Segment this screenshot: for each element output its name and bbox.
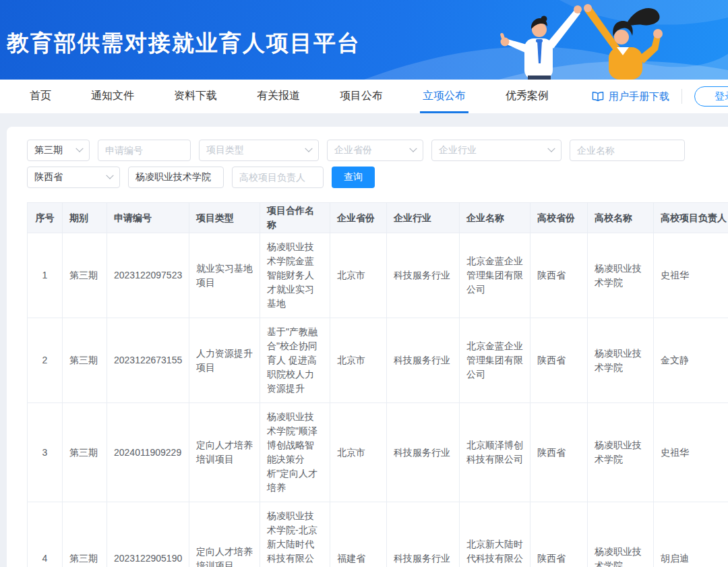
- cell-company-name: 北京顺泽博创科技有限公司: [460, 403, 530, 502]
- company-name-input[interactable]: [570, 140, 685, 161]
- highfive-illustration: [479, 0, 728, 80]
- cell-period: 第三期: [63, 233, 107, 318]
- cell-app-no: 2023122905190: [107, 502, 189, 567]
- cell-company-name: 北京金蓝企业管理集团有限公司: [460, 318, 530, 403]
- cell-company-province: 北京市: [330, 403, 387, 502]
- book-icon: [592, 91, 604, 102]
- main-nav: 首页 通知文件 资料下载 有关报道 项目公布 立项公布 优秀案例 用户手册下载 …: [0, 80, 728, 113]
- nav-right-cluster: 用户手册下载 登录: [592, 80, 728, 113]
- period-select[interactable]: 第三期: [27, 140, 90, 161]
- search-button[interactable]: 查询: [332, 167, 375, 188]
- nav-divider: [681, 89, 682, 104]
- results-table: 序号 期别 申请编号 项目类型 项目合作名称 企业省份 企业行业 企业名称 高校…: [27, 202, 728, 567]
- col-header-project-type: 项目类型: [189, 203, 260, 233]
- nav-item-project-publish[interactable]: 项目公布: [337, 80, 386, 113]
- table-row: 1 第三期 2023122097523 就业实习基地项目 杨凌职业技术学院金蓝智…: [28, 233, 728, 318]
- col-header-college-province: 高校省份: [530, 203, 588, 233]
- col-header-college-leader: 高校项目负责人: [654, 203, 728, 233]
- cell-company-name: 北京新大陆时代科技有限公司: [460, 502, 530, 567]
- cell-period: 第三期: [63, 502, 107, 567]
- cell-company-industry: 科技服务行业: [387, 233, 460, 318]
- col-header-project-name: 项目合作名称: [260, 203, 330, 233]
- header-banner: 教育部供需对接就业育人项目平台: [0, 0, 728, 80]
- table-row: 3 第三期 2024011909229 定向人才培养培训项目 杨凌职业技术学院"…: [28, 403, 728, 502]
- col-header-company-name: 企业名称: [460, 203, 530, 233]
- cell-company-province: 北京市: [330, 233, 387, 318]
- cell-college-province: 陕西省: [530, 403, 588, 502]
- cell-period: 第三期: [63, 403, 107, 502]
- col-header-period: 期别: [63, 203, 107, 233]
- application-number-input[interactable]: [98, 140, 191, 161]
- cell-app-no: 2024011909229: [107, 403, 189, 502]
- college-province-value: 陕西省: [34, 171, 63, 183]
- cell-app-no: 2023122673155: [107, 318, 189, 403]
- nav-item-approval-publish[interactable]: 立项公布: [420, 80, 468, 113]
- cell-project-name: 杨凌职业技术学院-北京新大陆时代科技有限公司物联网及人工智能方向人才培养: [260, 502, 330, 567]
- cell-company-industry: 科技服务行业: [387, 318, 460, 403]
- cell-seq: 2: [28, 318, 63, 403]
- cell-company-province: 福建省: [330, 502, 387, 567]
- chevron-down-icon: [305, 145, 312, 152]
- cell-project-name: 杨凌职业技术学院金蓝智能财务人才就业实习基地: [260, 233, 330, 318]
- cell-seq: 4: [28, 502, 63, 567]
- company-province-select[interactable]: 企业省份: [327, 140, 423, 161]
- cell-college-name: 杨凌职业技术学院: [588, 233, 654, 318]
- cell-college-leader: 胡启迪: [654, 502, 728, 567]
- cell-company-province: 北京市: [330, 318, 387, 403]
- cell-college-leader: 金文静: [654, 318, 728, 403]
- page-content: 第三期 项目类型 企业省份 企业行业 陕西省: [0, 113, 728, 567]
- company-industry-placeholder: 企业行业: [439, 144, 477, 156]
- col-header-app-no: 申请编号: [107, 203, 189, 233]
- cell-company-name: 北京金蓝企业管理集团有限公司: [460, 233, 530, 318]
- college-province-select[interactable]: 陕西省: [27, 167, 120, 188]
- cell-app-no: 2023122097523: [107, 233, 189, 318]
- cell-project-type: 定向人才培养培训项目: [189, 502, 260, 567]
- college-leader-input[interactable]: [232, 167, 324, 188]
- company-province-placeholder: 企业省份: [334, 144, 372, 156]
- nav-item-notices[interactable]: 通知文件: [88, 80, 137, 113]
- cell-college-leader: 史祖华: [654, 403, 728, 502]
- table-row: 2 第三期 2023122673155 人力资源提升项目 基于"产教融合"校企协…: [28, 318, 728, 403]
- college-name-input[interactable]: [128, 167, 224, 188]
- cell-project-type: 人力资源提升项目: [189, 318, 260, 403]
- col-header-college-name: 高校名称: [588, 203, 654, 233]
- filter-row-1: 第三期 项目类型 企业省份 企业行业: [27, 140, 728, 161]
- cell-seq: 1: [28, 233, 63, 318]
- period-select-value: 第三期: [34, 144, 63, 156]
- content-card: 第三期 项目类型 企业省份 企业行业 陕西省: [7, 127, 728, 567]
- project-type-select[interactable]: 项目类型: [199, 140, 319, 161]
- cell-college-province: 陕西省: [530, 233, 588, 318]
- company-industry-select[interactable]: 企业行业: [431, 140, 562, 161]
- user-manual-label: 用户手册下载: [609, 90, 669, 103]
- cell-period: 第三期: [63, 318, 107, 403]
- col-header-company-province: 企业省份: [330, 203, 387, 233]
- cell-company-industry: 科技服务行业: [387, 403, 460, 502]
- cell-college-province: 陕西省: [530, 318, 588, 403]
- nav-item-home[interactable]: 首页: [27, 80, 54, 113]
- cell-project-name: 基于"产教融合"校企协同育人 促进高职院校人力资源提升: [260, 318, 330, 403]
- cell-project-type: 就业实习基地项目: [189, 233, 260, 318]
- cell-college-name: 杨凌职业技术学院: [588, 318, 654, 403]
- cell-college-name: 杨凌职业技术学院: [588, 502, 654, 567]
- cell-company-industry: 科技服务行业: [387, 502, 460, 567]
- nav-item-reports[interactable]: 有关报道: [254, 80, 303, 113]
- chevron-down-icon: [547, 145, 555, 152]
- login-button[interactable]: 登录: [694, 86, 728, 107]
- user-manual-download-link[interactable]: 用户手册下载: [592, 90, 669, 103]
- filter-row-2: 陕西省 查询: [27, 167, 728, 188]
- cell-project-name: 杨凌职业技术学院"顺泽博创战略智能决策分析"定向人才培养: [260, 403, 330, 502]
- chevron-down-icon: [409, 145, 417, 152]
- cell-seq: 3: [28, 403, 63, 502]
- chevron-down-icon: [106, 172, 113, 179]
- cell-project-type: 定向人才培养培训项目: [189, 403, 260, 502]
- cell-college-name: 杨凌职业技术学院: [588, 403, 654, 502]
- col-header-company-industry: 企业行业: [387, 203, 460, 233]
- col-header-seq: 序号: [28, 203, 63, 233]
- chevron-down-icon: [75, 145, 83, 152]
- nav-item-excellent-cases[interactable]: 优秀案例: [503, 80, 551, 113]
- nav-item-downloads[interactable]: 资料下载: [171, 80, 220, 113]
- table-header-row: 序号 期别 申请编号 项目类型 项目合作名称 企业省份 企业行业 企业名称 高校…: [28, 203, 728, 233]
- site-title: 教育部供需对接就业育人项目平台: [7, 28, 361, 59]
- cell-college-leader: 史祖华: [654, 233, 728, 318]
- table-row: 4 第三期 2023122905190 定向人才培养培训项目 杨凌职业技术学院-…: [28, 502, 728, 567]
